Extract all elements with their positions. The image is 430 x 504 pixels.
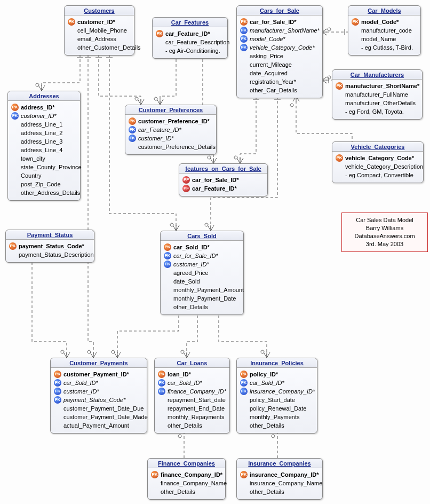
icon-spacer [240, 396, 248, 404]
attribute-row: FKcustomer_ID* [11, 112, 77, 120]
entity-title: Cars_for_Sale [237, 6, 322, 15]
attribute-name: car_Feature_ID* [165, 29, 210, 38]
attribute-row: manufacturer_code [352, 26, 417, 35]
icon-spacer [68, 27, 75, 34]
attribute-row: FKpayment_Status_Code* [54, 396, 144, 404]
icon-spacer [352, 35, 359, 43]
icon-spacer [11, 146, 19, 154]
entity-body: PKcar_for_Sale_ID*FKmanufacturer_ShortNa… [237, 15, 322, 98]
fk-key-icon: FK [164, 252, 171, 259]
note-line: DatabaseAnswers.com [347, 232, 422, 240]
entity-title: Customer_Preferences [125, 105, 216, 115]
attribute-row: address_Line_4 [11, 146, 77, 154]
attribute-name: payment_Status_Code* [63, 396, 125, 404]
icon-spacer [240, 422, 248, 429]
attribute-row: FKcar_Sold_ID* [240, 379, 314, 387]
attribute-name: other_Address_Details [21, 188, 80, 197]
entity-body: PKfinance_Company_ID*finance_Company_Nam… [148, 468, 225, 499]
entity-vehicle-categories: Vehicle_CategoriesPKvehicle_Category_Cod… [332, 141, 424, 183]
attribute-row: cell_Mobile_Phone [68, 26, 131, 35]
attribute-row: monthly_Payments [240, 413, 314, 421]
attribute-name: repayment_End_Date [168, 404, 225, 413]
attribute-name: date_Sold [173, 277, 200, 286]
attribute-name: monthly_Payment_Date [173, 294, 236, 303]
icon-spacer [68, 44, 75, 51]
attribute-name: car_Feature_Description [165, 38, 229, 46]
attribute-row: manufacturer_OtherDetails [336, 99, 419, 107]
entity-car-features: Car_FeaturesPKcar_Feature_ID*car_Feature… [152, 17, 228, 59]
attribute-name: vehicle_Category_Code* [345, 154, 414, 162]
attribute-name: - eg Air-Conditioning. [165, 46, 220, 55]
icon-spacer [240, 479, 248, 487]
attribute-row: FKmodel_Code* [240, 35, 319, 43]
icon-spacer [156, 38, 163, 46]
attribute-name: manufacturer_FullName [345, 90, 408, 99]
attribute-row: monthly_Repayments [158, 413, 226, 421]
fk-key-icon: FK [240, 379, 248, 387]
fk-key-icon: FK [158, 379, 165, 387]
attribute-row: other_Address_Details [11, 188, 77, 197]
icon-spacer [151, 488, 158, 495]
pk-key-icon: PK [129, 117, 136, 125]
pk-key-icon: PK [156, 30, 163, 37]
entity-cars-sold: Cars_SoldPKcar_Sold_ID*FKcar_for_Sale_ID… [160, 231, 244, 315]
icon-spacer [336, 163, 343, 170]
attribute-row: FKinsurance_Company_ID* [240, 387, 314, 396]
entity-title: Car_Manufacturers [332, 70, 422, 80]
icon-spacer [54, 405, 61, 412]
attribute-name: model_Code* [361, 18, 399, 26]
attribute-row: asking_Price [240, 52, 319, 60]
fk-key-icon: FK [240, 35, 248, 43]
fk-key-icon: FK [129, 135, 136, 142]
attribute-row: repayment_End_Date [158, 404, 226, 413]
attribute-name: payment_Status_Description [19, 250, 94, 259]
attribute-row: agreed_Price [164, 269, 240, 277]
attribute-row: town_city [11, 154, 77, 163]
pk-key-icon: PK [158, 371, 165, 378]
entity-customer-payments: Customer_PaymentsPKcustomer_Payment_ID*F… [50, 358, 147, 434]
entity-body: PKcar_Feature_ID*car_Feature_Description… [153, 27, 227, 58]
entity-title: Car_Models [348, 6, 420, 15]
entity-body: PKcustomer_Payment_ID*FKcar_Sold_ID*FKcu… [51, 368, 147, 433]
entity-insurance-policies: Insurance_PoliciesPKpolicy_ID*FKcar_Sold… [236, 358, 317, 434]
entity-body: PKinsurance_Company_ID*insurance_Company… [237, 468, 322, 499]
entity-cars-for-sale: Cars_for_SalePKcar_for_Sale_ID*FKmanufac… [236, 5, 323, 98]
fk-key-icon: FK [240, 44, 248, 51]
attribute-name: other_Details [161, 487, 195, 496]
attribute-row: policy_Renewal_Date [240, 404, 314, 413]
attribute-row: policy_Start_date [240, 396, 314, 404]
attribute-name: policy_Start_date [250, 396, 295, 404]
entity-title: Payment_Status [6, 230, 94, 240]
attribute-name: customer_Payment_Date_Made [63, 413, 148, 421]
fk-key-icon: FK [129, 126, 136, 133]
icon-spacer [54, 413, 61, 421]
attribute-row: FKcar_Sold_ID* [54, 379, 144, 387]
attribute-row: FKmanufacturer_ShortName* [240, 26, 319, 35]
attribute-row: insurance_Company_Name [240, 479, 319, 487]
fk-key-icon: FK [54, 396, 61, 404]
entity-car-loans: Car_LoansPKloan_ID*FKcar_Sold_ID*FKfinan… [154, 358, 230, 434]
entity-body: PFcar_for_Sale_ID*PFcar_Feature_ID* [179, 174, 267, 196]
icon-spacer [240, 488, 248, 495]
attribute-row: payment_Status_Description [9, 250, 91, 259]
entity-body: PKmodel_Code*manufacturer_codemodel_Name… [348, 15, 420, 55]
icon-spacer [54, 422, 61, 429]
attribute-row: car_Feature_Description [156, 38, 224, 46]
attribute-row: - eg Air-Conditioning. [156, 46, 224, 55]
attribute-row: date_Acquired [240, 69, 319, 77]
pk-key-icon: PK [336, 154, 343, 162]
attribute-row: PKcar_Sold_ID* [164, 243, 240, 251]
attribute-name: manufacturer_ShortName* [345, 82, 419, 90]
entity-title: features_on_Cars_for_Sale [179, 164, 267, 174]
attribute-name: car_Sold_ID* [168, 379, 202, 387]
attribute-name: - eg Compact, Convertible [345, 171, 413, 179]
entity-customers: CustomersPKcustomer_ID*cell_Mobile_Phone… [64, 5, 134, 56]
attribute-name: insurance_Company_ID* [250, 470, 319, 479]
entity-car-manufacturers: Car_ManufacturersPKmanufacturer_ShortNam… [332, 69, 423, 120]
attribute-row: PKcustomer_Payment_ID* [54, 370, 144, 379]
attribute-row: actual_Payment_Amount [54, 421, 144, 430]
icon-spacer [240, 413, 248, 421]
attribute-name: cell_Mobile_Phone [77, 26, 127, 35]
entity-title: Finance_Companies [148, 459, 225, 468]
attribute-name: other_Details [250, 487, 284, 496]
